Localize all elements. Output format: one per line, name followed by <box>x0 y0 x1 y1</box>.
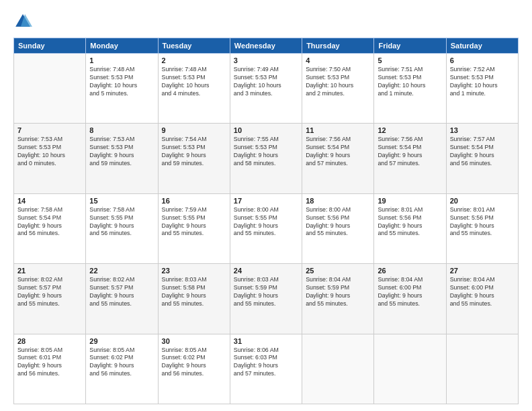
day-cell: 16Sunrise: 7:59 AMSunset: 5:55 PMDayligh… <box>158 193 230 263</box>
day-info: Sunrise: 8:01 AMSunset: 5:56 PMDaylight:… <box>378 206 442 238</box>
day-cell: 24Sunrise: 8:03 AMSunset: 5:59 PMDayligh… <box>230 264 302 334</box>
header <box>13 12 519 31</box>
day-cell: 3Sunrise: 7:49 AMSunset: 5:53 PMDaylight… <box>230 54 302 124</box>
day-info: Sunrise: 8:02 AMSunset: 5:57 PMDaylight:… <box>17 276 82 308</box>
day-number: 26 <box>378 267 442 275</box>
day-info: Sunrise: 8:02 AMSunset: 5:57 PMDaylight:… <box>89 276 154 308</box>
day-number: 6 <box>450 56 515 64</box>
day-cell: 29Sunrise: 8:05 AMSunset: 6:02 PMDayligh… <box>86 334 158 404</box>
day-cell: 6Sunrise: 7:52 AMSunset: 5:53 PMDaylight… <box>446 54 518 124</box>
day-cell <box>446 334 518 404</box>
day-cell: 14Sunrise: 7:58 AMSunset: 5:54 PMDayligh… <box>14 193 86 263</box>
day-cell: 4Sunrise: 7:50 AMSunset: 5:53 PMDaylight… <box>302 54 374 124</box>
day-info: Sunrise: 7:59 AMSunset: 5:55 PMDaylight:… <box>162 206 226 238</box>
weekday-header-wednesday: Wednesday <box>230 38 302 54</box>
day-number: 18 <box>306 197 370 205</box>
day-cell: 21Sunrise: 8:02 AMSunset: 5:57 PMDayligh… <box>14 264 86 334</box>
day-number: 1 <box>89 56 154 64</box>
day-number: 22 <box>89 267 154 275</box>
day-cell <box>302 334 374 404</box>
day-info: Sunrise: 7:55 AMSunset: 5:53 PMDaylight:… <box>234 136 298 168</box>
day-info: Sunrise: 7:56 AMSunset: 5:54 PMDaylight:… <box>306 136 370 168</box>
week-row-3: 14Sunrise: 7:58 AMSunset: 5:54 PMDayligh… <box>14 193 519 263</box>
day-number: 16 <box>162 197 226 205</box>
day-number: 25 <box>306 267 370 275</box>
day-info: Sunrise: 8:05 AMSunset: 6:02 PMDaylight:… <box>162 347 226 379</box>
day-cell: 19Sunrise: 8:01 AMSunset: 5:56 PMDayligh… <box>374 193 446 263</box>
day-number: 8 <box>89 126 154 134</box>
day-cell: 23Sunrise: 8:03 AMSunset: 5:58 PMDayligh… <box>158 264 230 334</box>
day-info: Sunrise: 8:05 AMSunset: 6:01 PMDaylight:… <box>17 347 82 379</box>
day-cell: 11Sunrise: 7:56 AMSunset: 5:54 PMDayligh… <box>302 124 374 193</box>
day-info: Sunrise: 7:58 AMSunset: 5:54 PMDaylight:… <box>17 206 82 238</box>
weekday-header-monday: Monday <box>86 38 158 54</box>
day-info: Sunrise: 8:05 AMSunset: 6:02 PMDaylight:… <box>89 347 154 379</box>
day-number: 10 <box>234 126 298 134</box>
day-cell <box>14 54 86 124</box>
day-cell: 8Sunrise: 7:53 AMSunset: 5:53 PMDaylight… <box>86 124 158 193</box>
day-cell: 5Sunrise: 7:51 AMSunset: 5:53 PMDaylight… <box>374 54 446 124</box>
day-info: Sunrise: 7:48 AMSunset: 5:53 PMDaylight:… <box>162 66 226 98</box>
day-info: Sunrise: 8:03 AMSunset: 5:59 PMDaylight:… <box>234 276 298 308</box>
day-cell: 9Sunrise: 7:54 AMSunset: 5:53 PMDaylight… <box>158 124 230 193</box>
day-number: 5 <box>378 56 442 64</box>
day-number: 17 <box>234 197 298 205</box>
day-number: 4 <box>306 56 370 64</box>
day-number: 15 <box>89 197 154 205</box>
day-number: 9 <box>162 126 226 134</box>
day-info: Sunrise: 7:54 AMSunset: 5:53 PMDaylight:… <box>162 136 226 168</box>
week-row-2: 7Sunrise: 7:53 AMSunset: 5:53 PMDaylight… <box>14 124 519 193</box>
day-cell: 7Sunrise: 7:53 AMSunset: 5:53 PMDaylight… <box>14 124 86 193</box>
day-cell: 20Sunrise: 8:01 AMSunset: 5:56 PMDayligh… <box>446 193 518 263</box>
day-info: Sunrise: 7:56 AMSunset: 5:54 PMDaylight:… <box>378 136 442 168</box>
day-cell: 13Sunrise: 7:57 AMSunset: 5:54 PMDayligh… <box>446 124 518 193</box>
logo <box>13 12 35 31</box>
day-number: 27 <box>450 267 515 275</box>
day-info: Sunrise: 8:00 AMSunset: 5:56 PMDaylight:… <box>306 206 370 238</box>
day-cell: 30Sunrise: 8:05 AMSunset: 6:02 PMDayligh… <box>158 334 230 404</box>
day-number: 3 <box>234 56 298 64</box>
day-info: Sunrise: 7:53 AMSunset: 5:53 PMDaylight:… <box>89 136 154 168</box>
day-info: Sunrise: 8:01 AMSunset: 5:56 PMDaylight:… <box>450 206 515 238</box>
day-cell: 25Sunrise: 8:04 AMSunset: 5:59 PMDayligh… <box>302 264 374 334</box>
day-info: Sunrise: 8:04 AMSunset: 6:00 PMDaylight:… <box>378 276 442 308</box>
day-cell: 27Sunrise: 8:04 AMSunset: 6:00 PMDayligh… <box>446 264 518 334</box>
weekday-header-sunday: Sunday <box>14 38 86 54</box>
weekday-header-thursday: Thursday <box>302 38 374 54</box>
day-info: Sunrise: 7:58 AMSunset: 5:55 PMDaylight:… <box>89 206 154 238</box>
day-cell: 17Sunrise: 8:00 AMSunset: 5:55 PMDayligh… <box>230 193 302 263</box>
day-info: Sunrise: 8:00 AMSunset: 5:55 PMDaylight:… <box>234 206 298 238</box>
day-info: Sunrise: 7:53 AMSunset: 5:53 PMDaylight:… <box>17 136 82 168</box>
day-number: 19 <box>378 197 442 205</box>
logo-icon <box>13 12 32 31</box>
day-info: Sunrise: 8:04 AMSunset: 5:59 PMDaylight:… <box>306 276 370 308</box>
day-info: Sunrise: 7:52 AMSunset: 5:53 PMDaylight:… <box>450 66 515 98</box>
day-cell: 28Sunrise: 8:05 AMSunset: 6:01 PMDayligh… <box>14 334 86 404</box>
page: SundayMondayTuesdayWednesdayThursdayFrid… <box>0 0 532 411</box>
day-number: 14 <box>17 197 82 205</box>
day-cell <box>374 334 446 404</box>
day-number: 28 <box>17 337 82 345</box>
day-info: Sunrise: 7:49 AMSunset: 5:53 PMDaylight:… <box>234 66 298 98</box>
weekday-header-tuesday: Tuesday <box>158 38 230 54</box>
day-number: 20 <box>450 197 515 205</box>
day-cell: 12Sunrise: 7:56 AMSunset: 5:54 PMDayligh… <box>374 124 446 193</box>
day-cell: 10Sunrise: 7:55 AMSunset: 5:53 PMDayligh… <box>230 124 302 193</box>
calendar: SundayMondayTuesdayWednesdayThursdayFrid… <box>13 38 519 404</box>
day-number: 21 <box>17 267 82 275</box>
week-row-5: 28Sunrise: 8:05 AMSunset: 6:01 PMDayligh… <box>14 334 519 404</box>
day-number: 29 <box>89 337 154 345</box>
day-info: Sunrise: 8:04 AMSunset: 6:00 PMDaylight:… <box>450 276 515 308</box>
weekday-header-friday: Friday <box>374 38 446 54</box>
week-row-1: 1Sunrise: 7:48 AMSunset: 5:53 PMDaylight… <box>14 54 519 124</box>
day-info: Sunrise: 7:51 AMSunset: 5:53 PMDaylight:… <box>378 66 442 98</box>
day-number: 12 <box>378 126 442 134</box>
day-number: 23 <box>162 267 226 275</box>
day-number: 31 <box>234 337 298 345</box>
day-number: 24 <box>234 267 298 275</box>
day-cell: 22Sunrise: 8:02 AMSunset: 5:57 PMDayligh… <box>86 264 158 334</box>
day-number: 13 <box>450 126 515 134</box>
weekday-header-row: SundayMondayTuesdayWednesdayThursdayFrid… <box>14 38 519 54</box>
day-info: Sunrise: 7:57 AMSunset: 5:54 PMDaylight:… <box>450 136 515 168</box>
day-info: Sunrise: 8:06 AMSunset: 6:03 PMDaylight:… <box>234 347 298 379</box>
